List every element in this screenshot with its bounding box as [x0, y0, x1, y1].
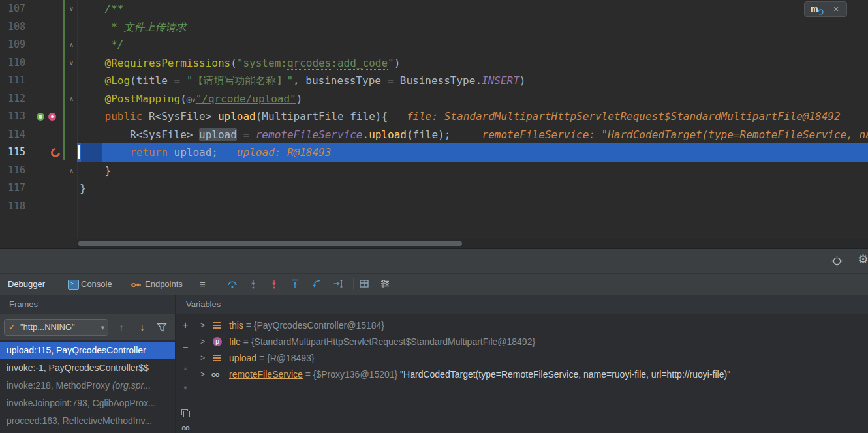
code-text: * 文件上传请求 [80, 18, 186, 37]
code-text: R<SysFile> upload = remoteFileService.up… [80, 126, 868, 144]
editor-line[interactable]: 109∧ */ [0, 36, 868, 54]
reset-frame-icon[interactable] [311, 278, 322, 289]
variables-panel-title: Variables [186, 295, 221, 314]
fold-marker-icon[interactable]: ∧ [67, 162, 76, 180]
line-number: 118 [8, 198, 25, 216]
code-text: /** [80, 0, 123, 18]
tab-console[interactable]: Console [81, 273, 112, 295]
editor-line[interactable]: 114 R<SysFile> upload = remoteFileServic… [0, 126, 868, 144]
editor-bottom-strip: ⚙ [0, 249, 868, 274]
expand-chevron-icon[interactable]: > [200, 350, 205, 366]
fold-marker-icon[interactable]: ∧ [67, 36, 76, 54]
frame-row[interactable]: proceed:163, ReflectiveMethodInv... [0, 412, 175, 430]
toolbar-separator [221, 278, 221, 290]
chevron-down-icon: ▾ [101, 320, 104, 335]
thread-dropdown[interactable]: ✓ "http...NNING" ▾ [4, 319, 108, 336]
run-to-cursor-icon[interactable] [333, 278, 343, 289]
console-icon: >_ [68, 280, 79, 290]
expand-chevron-icon[interactable]: > [200, 334, 205, 350]
editor-line[interactable]: 108 * 文件上传请求 [0, 18, 868, 37]
frame-row[interactable]: invoke:-1, PayQrcodesController$$ [0, 359, 175, 377]
variable-value: {$Proxy136@15201} [313, 369, 397, 380]
editor-line[interactable]: 115 return upload; upload: R@18493 [0, 143, 868, 162]
variable-value: {R@18493} [267, 353, 315, 363]
force-step-into-icon[interactable] [269, 278, 279, 289]
fold-marker-icon[interactable]: ∨ [67, 54, 76, 72]
variable-row[interactable]: > upload = {R@18493} [195, 350, 868, 366]
previous-frame-icon[interactable]: ↑ [115, 319, 128, 336]
variable-row[interactable]: > oo remoteFileService = {$Proxy136@1520… [195, 366, 868, 383]
step-out-icon[interactable] [290, 278, 300, 289]
code-text: @PostMapping(◎∨"/qrcode/upload") [80, 90, 302, 110]
fold-marker-icon[interactable]: ∧ [67, 90, 76, 108]
debug-tabs-row: Debugger >_ Console Endpoints ≡ [0, 273, 868, 295]
breakpoint-execution-icon[interactable] [49, 146, 62, 159]
editor-line[interactable]: 118 [0, 198, 868, 216]
value-icon [213, 322, 221, 323]
variable-row[interactable]: > p file = {StandardMultipartHttpServlet… [195, 334, 868, 350]
variable-string-value: "HardCodedTarget(type=RemoteFileService,… [397, 369, 730, 380]
code-text: } [80, 162, 111, 180]
variable-name: remoteFileService [229, 369, 303, 380]
step-over-icon[interactable] [227, 278, 238, 289]
variable-name: upload [229, 353, 256, 363]
evaluate-table-icon[interactable] [359, 278, 369, 289]
line-number: 109 [8, 36, 25, 54]
remove-watch-icon[interactable]: − [176, 342, 195, 352]
parameter-icon: p [213, 337, 222, 346]
variable-row[interactable]: > this = {PayQrcodesController@15184} [195, 318, 868, 334]
menu-icon[interactable]: ≡ [200, 273, 206, 295]
tab-endpoints[interactable]: Endpoints [145, 273, 183, 295]
editor-line[interactable]: 111 @Log(title = "【请填写功能名称】", businessTy… [0, 72, 868, 90]
endpoints-icon [131, 280, 141, 290]
fold-marker-icon[interactable]: ∨ [67, 0, 76, 18]
frame-row[interactable]: upload:115, PayQrcodesController [0, 342, 175, 359]
code-text: public R<SysFile> upload(MultipartFile f… [80, 108, 841, 126]
request-mapping-icon[interactable] [48, 113, 56, 121]
line-number: 115 [8, 143, 25, 162]
editor-line[interactable]: 113 public R<SysFile> upload(MultipartFi… [0, 108, 868, 126]
editor-line[interactable]: 116∧ } [0, 162, 868, 180]
editor-line[interactable]: 107∨ /** [0, 0, 868, 18]
frame-row[interactable]: invokeJoinpoint:793, CglibAopProx... [0, 395, 175, 412]
frames-panel-title: Frames [9, 295, 38, 314]
line-number: 110 [8, 54, 25, 72]
expand-chevron-icon[interactable]: > [200, 318, 205, 334]
layout-settings-icon[interactable] [380, 278, 390, 289]
toolbar-separator [353, 278, 354, 290]
frames-panel: ✓ "http...NNING" ▾ ↑ ↓ upload:115, PayQr… [0, 314, 175, 433]
horizontal-scrollbar-thumb[interactable] [78, 241, 462, 246]
code-editor[interactable]: 107∨ /**108 * 文件上传请求109∧ */110∨ @Require… [0, 0, 868, 248]
line-number: 113 [8, 108, 25, 126]
floating-build-toolbar: m × [804, 1, 847, 17]
frame-row[interactable]: invoke:218, MethodProxy (org.spr... [0, 377, 175, 395]
move-watch-up-icon[interactable]: ▲ [176, 365, 195, 372]
editor-line[interactable]: 112∧ @PostMapping(◎∨"/qrcode/upload") [0, 90, 868, 108]
move-watch-down-icon[interactable]: ▼ [176, 385, 195, 391]
spring-bean-icon[interactable] [37, 113, 44, 121]
line-number: 112 [8, 90, 25, 108]
close-icon[interactable]: × [833, 2, 839, 16]
settings-gear-icon[interactable]: ⚙ [858, 252, 868, 267]
show-execution-point-icon[interactable] [831, 256, 843, 267]
expand-chevron-icon[interactable]: > [200, 366, 205, 383]
variables-panel: + − ▲ ▼ oo > this = {PayQrcodesControlle… [176, 314, 868, 433]
code-text: @RequiresPermissions("system:qrcodes:add… [80, 54, 400, 72]
frames-toolbar: ✓ "http...NNING" ▾ ↑ ↓ [0, 314, 175, 340]
variable-value: {StandardMultipartHttpServletRequest$Sta… [251, 336, 535, 347]
editor-line[interactable]: 117} [0, 179, 868, 198]
line-number: 117 [8, 179, 25, 198]
show-watches-icon[interactable]: oo [176, 424, 195, 432]
line-number: 108 [8, 18, 25, 37]
code-text: */ [80, 36, 123, 54]
tab-debugger[interactable]: Debugger [8, 273, 45, 295]
editor-line[interactable]: 110∨ @RequiresPermissions("system:qrcode… [0, 54, 868, 72]
variable-name: file [229, 336, 241, 347]
duplicate-watch-icon[interactable] [181, 409, 189, 417]
variable-value: {PayQrcodesController@15184} [254, 320, 384, 331]
hide-frames-filter-icon[interactable] [157, 323, 167, 332]
step-into-icon[interactable] [248, 278, 258, 289]
next-frame-icon[interactable]: ↓ [136, 319, 149, 336]
horizontal-scrollbar[interactable] [77, 239, 868, 248]
add-watch-icon[interactable]: + [176, 320, 195, 331]
